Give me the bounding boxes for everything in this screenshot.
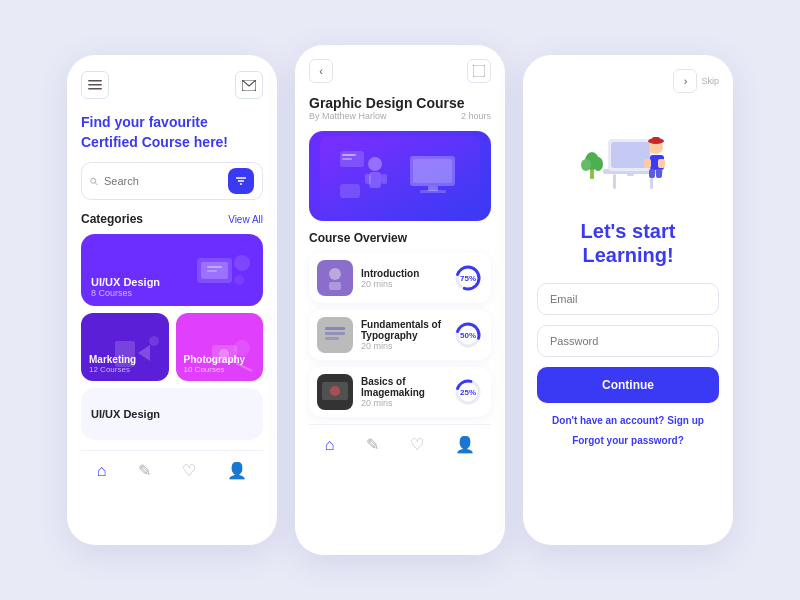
- svg-point-20: [234, 340, 250, 356]
- nav-profile-icon[interactable]: 👤: [227, 461, 247, 480]
- onboard-next-button[interactable]: ›: [673, 69, 697, 93]
- svg-point-49: [330, 386, 340, 396]
- lesson2-duration: 20 mins: [361, 341, 445, 351]
- svg-rect-0: [88, 80, 102, 82]
- lesson3-name: Basics of Imagemaking: [361, 376, 445, 398]
- category-uiux-label: UI/UX Design: [91, 276, 160, 288]
- nav-edit-icon[interactable]: ✎: [138, 461, 151, 480]
- lesson2-info: Fundamentals of Typography 20 mins: [361, 319, 445, 351]
- skip-button[interactable]: Skip: [701, 76, 719, 86]
- categories-header: Categories View All: [81, 212, 263, 226]
- login-illustration: [578, 109, 678, 199]
- svg-rect-43: [325, 332, 345, 335]
- back-button[interactable]: ‹: [309, 59, 333, 83]
- nav-heart2-icon[interactable]: ♡: [410, 435, 424, 454]
- svg-rect-69: [652, 137, 660, 142]
- svg-rect-57: [627, 171, 634, 176]
- svg-point-67: [593, 157, 603, 171]
- svg-rect-61: [658, 159, 665, 168]
- svg-rect-25: [413, 159, 452, 183]
- bottom-nav: ⌂ ✎ ♡ 👤: [81, 450, 263, 492]
- svg-rect-44: [325, 337, 339, 340]
- svg-rect-42: [325, 327, 345, 330]
- category-photography[interactable]: Photography 10 Courses: [176, 313, 264, 381]
- nav-home-icon[interactable]: ⌂: [97, 462, 107, 480]
- course-title: Graphic Design Course: [309, 95, 491, 111]
- lesson1-thumb: [317, 260, 353, 296]
- svg-point-17: [149, 336, 159, 346]
- view-all-link[interactable]: View All: [228, 214, 263, 225]
- svg-rect-31: [381, 174, 387, 184]
- login-top-bar: › Skip: [537, 69, 719, 93]
- nav-home2-icon[interactable]: ⌂: [325, 436, 335, 454]
- forgot-password-link[interactable]: Forgot your password?: [572, 435, 684, 446]
- lesson2-name: Fundamentals of Typography: [361, 319, 445, 341]
- email-input[interactable]: [537, 283, 719, 315]
- svg-point-28: [368, 157, 382, 171]
- signup-prompt: Don't have an account? Sign up: [537, 415, 719, 426]
- lesson1-progress-label: 75%: [460, 274, 476, 283]
- more-button[interactable]: [467, 59, 491, 83]
- svg-point-37: [329, 268, 341, 280]
- overview-title: Course Overview: [309, 231, 491, 245]
- login-illustration-container: [537, 99, 719, 209]
- signup-link[interactable]: Sign up: [667, 415, 704, 426]
- category-uiux-big[interactable]: UI/UX Design 8 Courses: [81, 234, 263, 306]
- nav-edit2-icon[interactable]: ✎: [366, 435, 379, 454]
- lesson-item[interactable]: Basics of Imagemaking 20 mins 25%: [309, 367, 491, 417]
- svg-rect-23: [320, 136, 480, 216]
- svg-rect-64: [590, 169, 594, 179]
- course-meta: By Matthew Harlow 2 hours: [309, 111, 491, 121]
- course-duration: 2 hours: [461, 111, 491, 121]
- svg-rect-15: [115, 341, 135, 367]
- continue-button[interactable]: Continue: [537, 367, 719, 403]
- lesson2-progress: 50%: [453, 320, 483, 350]
- lesson3-info: Basics of Imagemaking 20 mins: [361, 376, 445, 408]
- category-uiux-bottom[interactable]: UI/UX Design: [81, 388, 263, 440]
- svg-point-12: [234, 275, 244, 285]
- nav-heart-icon[interactable]: ♡: [182, 461, 196, 480]
- svg-point-66: [581, 159, 591, 171]
- svg-rect-53: [613, 174, 616, 189]
- auth-links: Don't have an account? Sign up Forgot yo…: [537, 415, 719, 448]
- svg-rect-30: [365, 174, 371, 184]
- filter-button[interactable]: [228, 168, 254, 194]
- search-bar: [81, 162, 263, 200]
- lesson3-duration: 20 mins: [361, 398, 445, 408]
- category-marketing[interactable]: Marketing 12 Courses: [81, 313, 169, 381]
- search-icon: [90, 176, 98, 187]
- lesson1-duration: 20 mins: [361, 279, 445, 289]
- course-author: By Matthew Harlow: [309, 111, 387, 121]
- lesson2-progress-label: 50%: [460, 331, 476, 340]
- login-screen: › Skip: [523, 55, 733, 545]
- uiux-illustration: [187, 248, 257, 298]
- category-uiux-sub: 8 Courses: [91, 288, 160, 298]
- lesson3-progress: 25%: [453, 377, 483, 407]
- svg-rect-27: [420, 190, 446, 193]
- lesson-item[interactable]: Fundamentals of Typography 20 mins 50%: [309, 310, 491, 360]
- lesson-item[interactable]: Introduction 20 mins 75%: [309, 253, 491, 303]
- password-input[interactable]: [537, 325, 719, 357]
- lesson1-progress: 75%: [453, 263, 483, 293]
- svg-rect-14: [207, 270, 217, 272]
- marketing-illustration: [110, 333, 165, 375]
- lesson1-info: Introduction 20 mins: [361, 268, 445, 289]
- svg-rect-22: [473, 65, 485, 77]
- lesson1-name: Introduction: [361, 268, 445, 279]
- mail-button[interactable]: [235, 71, 263, 99]
- svg-point-4: [91, 178, 96, 183]
- svg-line-21: [236, 363, 252, 371]
- svg-rect-1: [88, 84, 102, 86]
- svg-rect-38: [329, 282, 341, 290]
- menu-button[interactable]: [81, 71, 109, 99]
- home-screen: Find your favourite Certified Course her…: [67, 55, 277, 545]
- svg-rect-2: [88, 88, 102, 90]
- course-banner-illustration: [320, 136, 480, 216]
- course-bottom-nav: ⌂ ✎ ♡ 👤: [309, 424, 491, 466]
- categories-title: Categories: [81, 212, 143, 226]
- top-bar: [81, 71, 263, 99]
- nav-profile2-icon[interactable]: 👤: [455, 435, 475, 454]
- course-detail-screen: ‹ Graphic Design Course By Matthew Harlo…: [295, 45, 505, 555]
- search-input[interactable]: [104, 175, 222, 187]
- svg-rect-33: [342, 154, 356, 156]
